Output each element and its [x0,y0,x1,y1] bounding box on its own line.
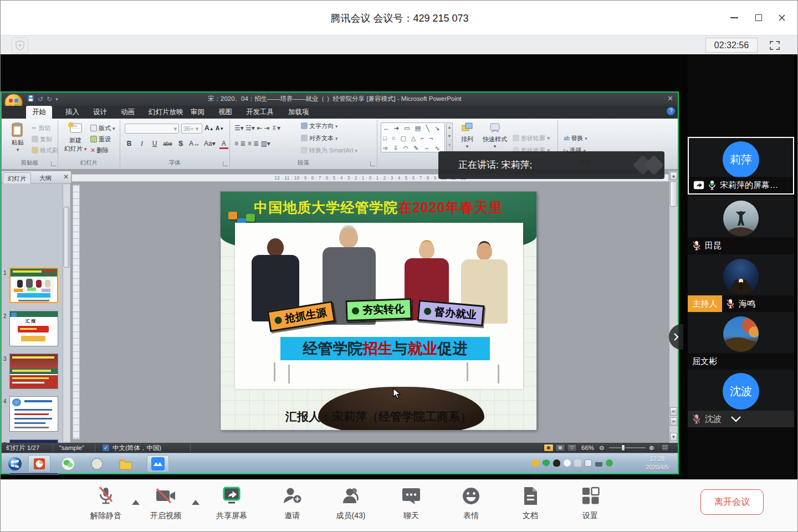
tab-review[interactable]: 审阅 [185,106,211,119]
docs-button[interactable]: 文档 [507,485,554,521]
panel-scrollbar[interactable] [63,185,70,442]
tray-qq-icon[interactable] [553,459,560,467]
arrange-button[interactable]: 排列▾ [456,122,478,149]
tab-addins[interactable]: 加载项 [282,106,315,119]
qat-dropdown-icon[interactable]: ▾ [55,95,58,104]
layout-button[interactable]: 版式 ▾ [90,124,115,132]
strikethrough-button[interactable]: abe [163,141,172,147]
tab-slideshow[interactable]: 幻灯片放映 [142,106,190,119]
tab-developer[interactable]: 开发工具 [240,106,280,119]
smartart-button[interactable]: 转换为 SmartArt ▾ [301,146,357,155]
taskbar-powerpoint[interactable] [28,455,50,472]
slide-thumbnail-1[interactable] [9,268,58,303]
participant-tile[interactable]: 沈波 沈波 [688,370,794,427]
participant-tile-screen-share[interactable]: 莉萍 宋莉萍的屏幕… [688,137,794,195]
shape-gallery[interactable]: ↔ ➔ ▭ ▤ ╲ ↘□ ○ ▢ △ ⌐ ¬➩ ⇩ ◠ ✎ ～ ∿ [381,122,445,152]
tab-insert[interactable]: 插入 [59,106,85,119]
start-button[interactable] [4,455,26,472]
taskbar-explorer[interactable] [115,455,137,472]
slide-thumbnail-3[interactable] [9,354,58,389]
underline-button[interactable]: U [150,140,159,147]
format-painter-button[interactable]: 格式刷 [32,146,58,155]
shape-gallery-scroll[interactable]: ▲▼≡ [446,122,453,152]
start-video-button[interactable]: 开启视频 [142,485,189,521]
participant-tile[interactable]: 屈文彬 [688,312,794,370]
italic-button[interactable]: I [137,140,146,148]
view-sorter-button[interactable]: ▦ [555,444,565,452]
paragraph-dialog-launcher[interactable] [370,161,375,166]
settings-button[interactable]: 设置 [567,485,613,521]
tray-battery-icon[interactable] [585,459,592,467]
bold-button[interactable]: B [125,140,134,147]
shape-outline-button[interactable]: 形状轮廓 ▾ [513,134,550,142]
previous-slide-button[interactable]: ≪ [670,407,677,416]
new-slide-button[interactable]: 新建幻灯片 ▾ [63,122,88,153]
emoji-button[interactable]: 表情 [448,485,494,521]
align-buttons[interactable]: ≡ ≣ ≡ ≣ ▥▾ [234,140,270,147]
scroll-up-button[interactable]: ▲ [670,172,677,180]
maximize-button[interactable] [750,9,768,26]
align-text-button[interactable]: 对齐文本 ▾ [301,134,338,142]
redo-icon[interactable]: ↻ [47,95,52,104]
view-slideshow-button[interactable]: ▽ [567,444,577,452]
chat-button[interactable]: 聊天 [388,485,434,521]
change-case-button[interactable]: Aa▾ [204,140,216,147]
taskbar-clock[interactable]: 17:28 2020/4/5 [640,455,674,472]
taskbar-tencent-meeting[interactable] [147,455,169,472]
tray-icon-1[interactable] [532,459,539,467]
close-button[interactable] [773,9,791,26]
participant-tile[interactable]: 田昆 [688,196,794,254]
unmute-button[interactable]: 解除静音 [83,485,129,521]
save-icon[interactable] [27,95,34,104]
slide-thumbnail-2[interactable]: 汇 报 [9,311,58,346]
scroll-thumb[interactable] [670,181,677,207]
fit-window-button[interactable]: ⛶ [661,444,669,451]
font-size-select[interactable]: 36+ ▾ [181,124,202,134]
tray-speaker-icon[interactable] [574,459,581,467]
text-direction-button[interactable]: 文字方向 ▾ [301,122,338,130]
tab-design[interactable]: 设计 [87,106,113,119]
char-spacing-button[interactable]: A↔ [189,140,200,147]
panel-scroll-thumb[interactable] [64,207,69,268]
spellcheck-icon[interactable]: ✓ [103,444,109,451]
slide-thumbnail-4[interactable] [9,396,58,432]
office-button[interactable] [4,94,23,106]
font-dialog-launcher[interactable] [223,161,228,166]
list-buttons[interactable]: ☰▾ ☱▾ ⇤ ⇥ ⇳▾ [234,124,280,132]
panel-tab-slides[interactable]: 幻灯片 [3,172,31,183]
slide-scrollbar[interactable]: ▲ ≪ ≫ ▼ [669,171,678,443]
invite-button[interactable]: 邀请 [269,485,315,521]
members-button[interactable]: 成员(43) [328,485,374,521]
taskbar-wechat[interactable] [57,455,79,472]
quick-styles-button[interactable]: 快速样式▾ [480,122,509,149]
replace-button[interactable]: ab替换 ▾ [564,134,587,142]
share-screen-button[interactable]: 共享屏幕 [208,485,255,521]
grow-shrink-font[interactable]: A▲ A▼ [204,124,224,132]
tray-shield-icon[interactable] [543,459,550,467]
cut-button[interactable]: ✂ 剪切 [32,124,50,132]
reset-button[interactable]: 重设 [90,135,111,144]
font-color-button[interactable]: A [219,140,228,149]
copy-button[interactable]: 复制 [32,135,52,144]
paste-button[interactable]: 粘贴▾ [5,122,30,152]
tray-icon-2[interactable] [564,459,571,467]
video-options-caret[interactable] [192,500,200,505]
minimize-button[interactable] [725,9,743,26]
tab-home[interactable]: 开始 [26,106,52,119]
fullscreen-button[interactable] [765,38,784,53]
panel-tab-outline[interactable]: 大纲 [35,172,56,183]
clipboard-dialog-launcher[interactable] [51,161,56,166]
tray-update-icon[interactable] [606,459,613,467]
participant-tile-host[interactable]: 主持人 海鸣 [688,254,794,312]
delete-slide-button[interactable]: ✕删除 [90,146,109,155]
tray-network-icon[interactable] [595,459,602,467]
chevron-down-icon[interactable] [730,415,742,423]
text-shadow-button[interactable]: S [176,140,185,147]
ppt-close-icon[interactable]: ✕ [667,94,673,103]
scroll-down-button[interactable]: ▼ [670,433,677,441]
leave-meeting-button[interactable]: 离开会议 [700,489,764,515]
tab-animation[interactable]: 动画 [115,106,141,119]
panel-close-icon[interactable]: ✕ [63,173,69,181]
zoom-slider-knob[interactable] [621,444,625,451]
ppt-help-icon[interactable]: ? [667,107,675,115]
